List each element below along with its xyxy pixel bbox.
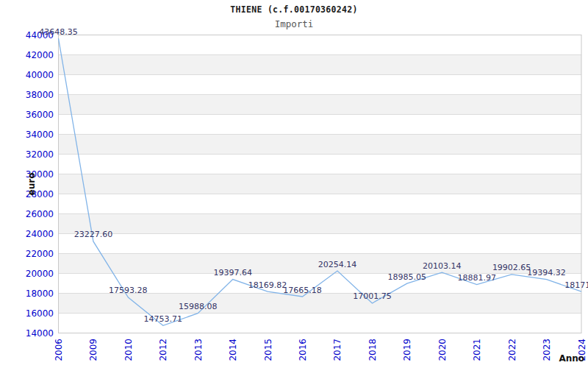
point-label: 15988.08 [179,302,218,311]
plot-band [59,115,582,135]
x-tick-label: 2014 [228,339,238,361]
chart-canvas: THIENE (c.f.00170360242) Importi 4400042… [0,0,588,368]
x-tick-label: 2016 [298,339,308,361]
x-tick-label: 2023 [542,339,552,361]
y-tick-label: 20000 [26,269,54,279]
x-tick-label: 2009 [88,339,98,361]
y-axis-title: euro [26,173,37,196]
point-label: 14753.71 [144,314,183,324]
plot-band [59,75,582,95]
x-tick-label: 2018 [368,339,378,361]
point-label: 18171.3 [564,280,588,290]
y-tick-label: 22000 [26,249,54,259]
point-label: 43648.35 [39,27,78,37]
plot-band [59,234,582,254]
y-tick-label: 42000 [26,50,54,60]
point-label: 19397.64 [213,268,252,277]
point-label: 18169.82 [248,280,287,290]
x-tick-label: 2017 [332,339,343,361]
point-label: 17665.18 [283,286,322,295]
plot-band [59,55,582,75]
plot-band [59,155,582,174]
plot-band [59,314,582,333]
plot-band [59,194,582,214]
y-tick-label: 32000 [26,149,54,160]
plot-band [59,35,582,55]
x-tick-label: 2020 [437,339,448,361]
x-axis-tick-labels: 2006200920102012201320142015201620172018… [54,339,587,361]
y-tick-label: 26000 [26,209,54,219]
point-label: 17593.28 [109,286,148,295]
point-label: 20254.14 [318,260,357,269]
x-tick-label: 2010 [123,339,134,361]
x-tick-label: 2022 [507,339,517,361]
y-tick-label: 34000 [26,130,54,140]
plot-band [59,95,582,115]
point-label: 20103.14 [423,261,462,271]
point-label: 23227.60 [74,230,113,239]
x-axis-title: Anno [559,353,584,364]
x-tick-label: 2019 [402,339,412,361]
x-tick-label: 2006 [54,339,64,361]
y-tick-label: 16000 [26,308,54,319]
point-label: 17001.75 [353,291,392,301]
point-label: 19902.65 [492,263,531,272]
y-tick-label: 36000 [26,110,54,120]
plot-band [59,294,582,314]
plot-band [59,214,582,234]
plot-band [59,135,582,155]
point-label: 18985.05 [388,272,427,282]
y-tick-label: 40000 [26,70,54,80]
point-label: 18881.97 [457,273,496,283]
x-tick-label: 2015 [263,339,273,361]
plot-band [59,174,582,194]
x-tick-label: 2012 [158,339,168,361]
x-tick-label: 2013 [193,339,204,361]
y-tick-label: 38000 [26,90,54,100]
point-label: 19394.32 [527,268,566,277]
y-tick-label: 24000 [26,229,54,239]
x-tick-label: 2021 [472,339,482,361]
y-tick-label: 14000 [26,328,54,339]
line-chart: 4400042000400003800036000340003200030000… [0,0,588,368]
y-tick-label: 18000 [26,289,54,299]
